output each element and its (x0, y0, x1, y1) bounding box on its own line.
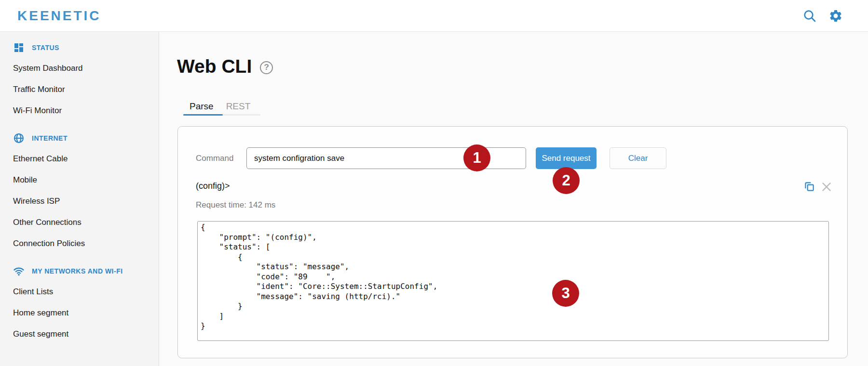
sidebar-section-label: MY NETWORKS AND WI-FI (32, 267, 123, 275)
tab-active-underline (183, 114, 223, 116)
send-request-button[interactable]: Send request (536, 147, 597, 169)
sidebar-item-wifi-monitor[interactable]: Wi-Fi Monitor (0, 100, 159, 121)
request-time: Request time: 142 ms (196, 200, 275, 210)
sidebar-item-system-dashboard[interactable]: System Dashboard (0, 58, 159, 79)
output-box: { "prompt": "(config)", "status": [ { "s… (197, 221, 829, 341)
sidebar-header-my-networks[interactable]: MY NETWORKS AND WI-FI (0, 258, 159, 281)
sidebar-section-label: STATUS (32, 44, 59, 52)
search-icon[interactable] (802, 9, 817, 23)
dashboard-icon (13, 42, 25, 53)
sidebar-section-label: INTERNET (32, 134, 68, 142)
close-icon[interactable] (820, 181, 833, 193)
sidebar-item-home-segment[interactable]: Home segment (0, 302, 159, 324)
sidebar-item-connection-policies[interactable]: Connection Policies (0, 233, 159, 254)
sidebar-item-traffic-monitor[interactable]: Traffic Monitor (0, 79, 159, 100)
sidebar: STATUS System Dashboard Traffic Monitor … (0, 32, 159, 366)
top-header: KEENETIC (0, 0, 868, 32)
globe-icon (13, 132, 25, 144)
cli-prompt: (config)> (196, 181, 230, 191)
output-json-text: { "prompt": "(config)", "status": [ { "s… (198, 222, 828, 332)
sidebar-item-wireless-isp[interactable]: Wireless ISP (0, 191, 159, 212)
sidebar-item-ethernet-cable[interactable]: Ethernet Cable (0, 148, 159, 170)
sidebar-header-internet[interactable]: INTERNET (0, 125, 159, 148)
webcli-card: Command Send request Clear 1 2 3 (config… (177, 126, 848, 358)
sidebar-section-internet: INTERNET Ethernet Cable Mobile Wireless … (0, 125, 159, 254)
sidebar-item-client-lists[interactable]: Client Lists (0, 281, 159, 302)
help-icon[interactable]: ? (260, 61, 273, 74)
page-title-row: Web CLI ? (177, 56, 273, 77)
sidebar-section-my-networks: MY NETWORKS AND WI-FI Client Lists Home … (0, 258, 159, 345)
step-badge-1: 1 (463, 144, 490, 171)
gear-icon[interactable] (828, 9, 843, 23)
keenetic-logo[interactable]: KEENETIC (17, 8, 101, 24)
wifi-icon (13, 265, 25, 277)
sidebar-section-status: STATUS System Dashboard Traffic Monitor … (0, 35, 159, 121)
sidebar-item-guest-segment[interactable]: Guest segment (0, 324, 159, 345)
sidebar-item-other-connections[interactable]: Other Connections (0, 212, 159, 233)
sidebar-item-mobile[interactable]: Mobile (0, 170, 159, 191)
main-content: Web CLI ? Parse REST Command Send reques… (159, 32, 868, 366)
step-badge-3: 3 (552, 280, 579, 307)
step-badge-2: 2 (553, 167, 580, 194)
sidebar-header-status[interactable]: STATUS (0, 35, 159, 58)
command-label: Command (196, 154, 233, 163)
page-title: Web CLI (177, 56, 252, 77)
copy-icon[interactable] (803, 181, 815, 193)
tab-underline-track (183, 114, 260, 116)
clear-button[interactable]: Clear (610, 147, 666, 169)
header-icons (802, 9, 843, 23)
